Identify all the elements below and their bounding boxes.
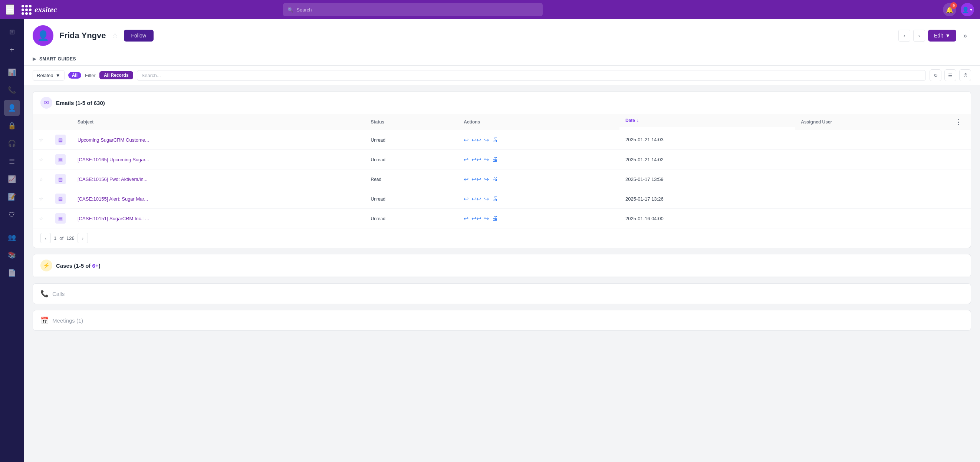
actions-cell: ↩ ↩↩ ↪ 🖨	[458, 130, 619, 150]
email-subject-link[interactable]: [CASE:10155] Alert: Sugar Mar...	[78, 196, 148, 202]
search-bar[interactable]: 🔍	[283, 3, 542, 16]
reply-icon[interactable]: ↩	[464, 137, 468, 143]
reply-all-icon[interactable]: ↩↩	[471, 137, 481, 143]
phone-icon: 📞	[8, 86, 16, 94]
email-subject-link[interactable]: Upcoming SugarCRM Custome...	[78, 137, 149, 143]
type-cell: ▤	[49, 209, 72, 229]
hamburger-menu-button[interactable]: ☰	[6, 5, 14, 15]
col-date[interactable]: Date ↓	[619, 114, 795, 127]
status-cell: Read	[365, 170, 458, 189]
meetings-panel-header: 📅 Meetings (1)	[33, 310, 971, 330]
sidebar-item-books[interactable]: 📚	[4, 247, 20, 263]
next-contact-button[interactable]: ›	[913, 30, 925, 41]
email-subject-link[interactable]: [CASE:10156] Fwd: Aktivera/in...	[78, 176, 148, 182]
edit-button[interactable]: Edit ▼	[928, 30, 956, 41]
notification-button[interactable]: 🔔 9	[943, 3, 956, 16]
contact-header: 👤 Frida Yngve ☆ Follow ‹ › Edit ▼ »	[24, 19, 980, 52]
sidebar-item-contacts[interactable]: 👤	[4, 100, 20, 116]
email-subject-link[interactable]: [CASE:10165] Upcoming Sugar...	[78, 157, 149, 162]
reply-all-icon[interactable]: ↩↩	[471, 215, 481, 222]
sidebar-item-tasks[interactable]: 📝	[4, 189, 20, 205]
contact-star-icon[interactable]: ☆	[112, 32, 118, 40]
date-cell: 2025-01-16 04:00	[619, 209, 795, 229]
user-avatar-button[interactable]: 👤 ▼	[961, 3, 974, 16]
cases-count-link[interactable]: 6+	[92, 262, 99, 269]
list-view-button[interactable]: ☰	[944, 69, 956, 81]
reply-all-icon[interactable]: ↩↩	[471, 156, 481, 163]
status-cell: Unread	[365, 130, 458, 150]
sidebar-item-shield[interactable]: 🛡	[4, 206, 20, 223]
sidebar-divider-2	[5, 226, 19, 226]
records-search[interactable]	[137, 70, 926, 81]
chart-icon: 📈	[8, 175, 16, 183]
search-input[interactable]	[296, 7, 538, 13]
forward-icon[interactable]: ↪	[484, 137, 489, 143]
follow-button[interactable]: Follow	[124, 30, 154, 41]
print-icon[interactable]: 🖨	[492, 137, 498, 143]
sidebar-item-documents[interactable]: 📄	[4, 265, 20, 281]
next-page-button[interactable]: ›	[78, 233, 88, 243]
sidebar-item-list[interactable]: ☰	[4, 153, 20, 170]
all-records-badge[interactable]: All Records	[99, 71, 133, 79]
star-cell[interactable]: ☆	[33, 189, 49, 209]
sidebar-item-charts[interactable]: 📈	[4, 171, 20, 187]
reply-icon[interactable]: ↩	[464, 156, 468, 163]
email-type-icon: ▤	[55, 213, 66, 224]
sidebar-item-phone[interactable]: 📞	[4, 82, 20, 98]
table-row: ☆ ▤ [CASE:10155] Alert: Sugar Mar... Unr…	[33, 189, 971, 209]
related-label: Related	[37, 73, 53, 78]
records-search-input[interactable]	[142, 73, 921, 78]
calls-panel-title: Calls	[52, 291, 65, 297]
reply-icon[interactable]: ↩	[464, 195, 468, 202]
tasks-icon: 📝	[8, 193, 16, 201]
row-more-cell	[946, 130, 971, 150]
print-icon[interactable]: 🖨	[492, 215, 498, 222]
sidebar-item-groups[interactable]: 👥	[4, 229, 20, 246]
star-cell[interactable]: ☆	[33, 170, 49, 189]
subject-cell: [CASE:10156] Fwd: Aktivera/in...	[72, 170, 365, 189]
print-icon[interactable]: 🖨	[492, 195, 498, 202]
related-button[interactable]: Related ▼	[33, 70, 65, 81]
sidebar-item-home[interactable]: ⊞	[4, 24, 20, 40]
content-area: ✉ Emails (1-5 of 630) Subject Status Act…	[24, 85, 980, 337]
column-more-icon[interactable]: ⋮	[952, 117, 965, 127]
prev-page-button[interactable]: ‹	[40, 233, 51, 243]
reply-icon[interactable]: ↩	[464, 215, 468, 222]
table-row: ☆ ▤ [CASE:10165] Upcoming Sugar... Unrea…	[33, 150, 971, 170]
schedule-button[interactable]: ⏱	[959, 69, 971, 81]
star-cell[interactable]: ☆	[33, 209, 49, 229]
row-more-cell	[946, 189, 971, 209]
print-icon[interactable]: 🖨	[492, 156, 498, 163]
star-cell[interactable]: ☆	[33, 130, 49, 150]
reply-all-icon[interactable]: ↩↩	[471, 176, 481, 183]
print-icon[interactable]: 🖨	[492, 176, 498, 183]
all-badge[interactable]: All	[68, 72, 81, 79]
reply-all-icon[interactable]: ↩↩	[471, 195, 481, 202]
assigned-user-cell	[795, 189, 946, 209]
sidebar-item-security[interactable]: 🔒	[4, 117, 20, 134]
sidebar-item-reports[interactable]: 📊	[4, 64, 20, 81]
plus-icon: +	[10, 46, 14, 54]
total-pages: 126	[67, 235, 75, 241]
sidebar-item-add[interactable]: +	[4, 41, 20, 58]
prev-contact-button[interactable]: ‹	[898, 30, 910, 41]
cases-panel-title: Cases (1-5 of 6+)	[56, 262, 100, 269]
sidebar-item-support[interactable]: 🎧	[4, 135, 20, 152]
star-cell[interactable]: ☆	[33, 150, 49, 170]
reply-icon[interactable]: ↩	[464, 176, 468, 183]
collapse-button[interactable]: »	[959, 30, 971, 41]
logo-dots	[22, 5, 32, 15]
status-badge: Unread	[371, 216, 385, 221]
forward-icon[interactable]: ↪	[484, 215, 489, 222]
refresh-button[interactable]: ↻	[929, 69, 942, 81]
cases-panel: ⚡ Cases (1-5 of 6+)	[33, 254, 971, 277]
expand-icon[interactable]: ▶	[33, 56, 37, 62]
row-more-cell	[946, 170, 971, 189]
email-type-icon: ▤	[55, 194, 66, 204]
logo-text: exsitec	[35, 5, 57, 14]
forward-icon[interactable]: ↪	[484, 176, 489, 183]
forward-icon[interactable]: ↪	[484, 156, 489, 163]
action-icons: ↩ ↩↩ ↪ 🖨	[464, 195, 614, 202]
email-subject-link[interactable]: [CASE:10151] SugarCRM Inc.: ...	[78, 216, 149, 221]
forward-icon[interactable]: ↪	[484, 195, 489, 202]
